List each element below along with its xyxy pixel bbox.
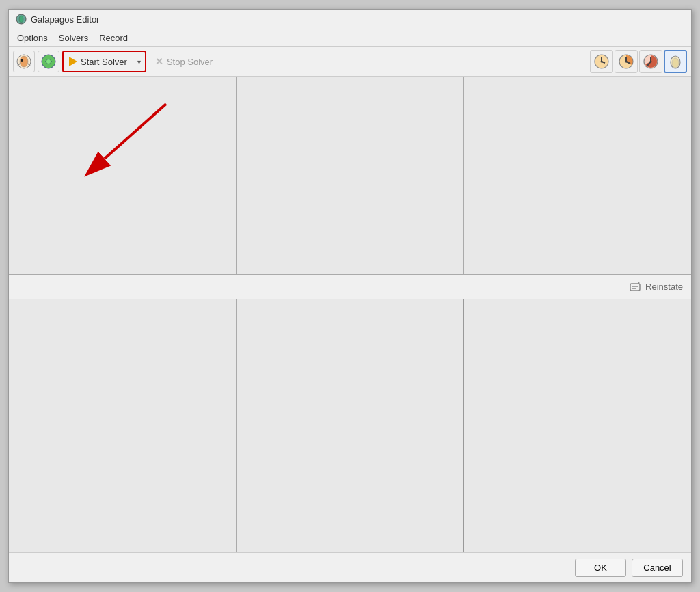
title-text: Galapagos Editor [31, 14, 99, 25]
svg-rect-25 [630, 284, 640, 291]
clock-icon1 [593, 53, 610, 70]
clock-icon3-button[interactable] [639, 50, 662, 73]
clock-icon1-button[interactable] [590, 50, 613, 73]
title-bar: Galapagos Editor [9, 10, 691, 29]
x-icon: ✕ [155, 56, 163, 67]
bottom-panels [9, 299, 691, 552]
play-icon [69, 57, 77, 66]
clock-icon2 [618, 53, 634, 70]
top-panel-left [9, 77, 237, 274]
cancel-button[interactable]: Cancel [632, 559, 683, 577]
bottom-panel-left [9, 299, 237, 552]
svg-point-20 [650, 61, 652, 63]
start-solver-main[interactable]: Start Solver [64, 52, 133, 71]
menu-options[interactable]: Options [12, 31, 53, 45]
start-solver-dropdown[interactable]: ▾ [133, 52, 145, 71]
title-icon [16, 14, 27, 25]
reinstate-bar: Reinstate [9, 275, 691, 299]
toolbar-right [590, 50, 687, 73]
start-solver-button[interactable]: Start Solver ▾ [62, 51, 146, 72]
clock-icon3 [643, 53, 659, 70]
footer: OK Cancel [9, 552, 691, 582]
reinstate-icon [629, 281, 641, 293]
stop-solver-label: Stop Solver [167, 57, 213, 67]
galapagos-icon2-button[interactable] [38, 51, 59, 72]
top-panel-center [237, 77, 464, 274]
egg-icon [667, 53, 684, 70]
stop-solver-button: ✕ Stop Solver [149, 51, 219, 72]
bottom-panel-center [237, 299, 464, 552]
svg-point-1 [19, 16, 23, 23]
menu-record[interactable]: Record [94, 31, 133, 45]
svg-point-3 [20, 56, 28, 67]
svg-point-4 [21, 59, 23, 62]
svg-point-8 [46, 59, 51, 64]
svg-point-12 [601, 61, 603, 63]
galapagos-icon1-button[interactable] [13, 51, 35, 72]
ok-button[interactable]: OK [575, 559, 626, 577]
top-panel-right [464, 77, 691, 274]
reinstate-label[interactable]: Reinstate [645, 282, 683, 292]
content-area: Reinstate [9, 77, 691, 552]
clock-icon2-button[interactable] [615, 50, 638, 73]
svg-point-16 [625, 61, 628, 63]
top-panels [9, 77, 691, 275]
toolbar: Start Solver ▾ ✕ Stop Solver [9, 47, 691, 77]
start-solver-label: Start Solver [81, 57, 127, 67]
galapagos-icon1 [16, 54, 31, 69]
galapagos-icon2 [41, 54, 56, 69]
menu-solvers[interactable]: Solvers [53, 31, 94, 45]
menu-bar: Options Solvers Record [9, 29, 691, 47]
bottom-panel-right [463, 299, 691, 552]
egg-icon-button[interactable] [664, 50, 687, 73]
svg-point-22 [672, 58, 679, 68]
galapagos-editor-window: Galapagos Editor Options Solvers Record [8, 9, 692, 583]
